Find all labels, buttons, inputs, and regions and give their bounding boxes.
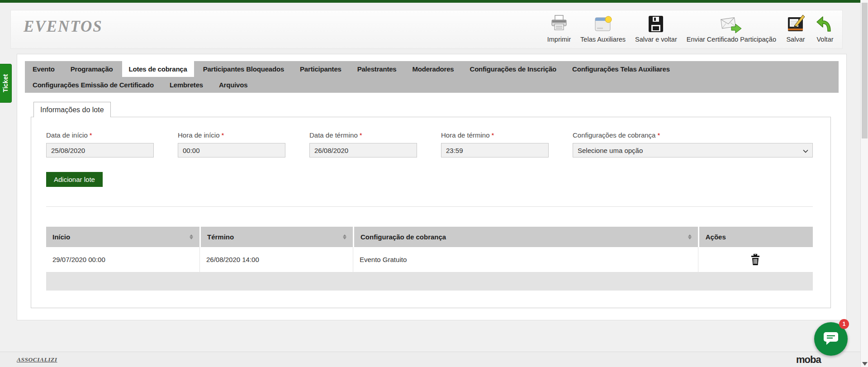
save-and-back-label: Salvar e voltar bbox=[635, 36, 677, 43]
cell-inicio: 29/07/2020 00:00 bbox=[46, 247, 199, 272]
page-footer: ASSOCIALIZI moba bbox=[0, 352, 860, 367]
page-header: EVENTOS Imprimir bbox=[10, 10, 843, 49]
footer-brand-link[interactable]: ASSOCIALIZI bbox=[17, 356, 57, 363]
start-date-label: Data de início bbox=[46, 131, 88, 139]
window-icon bbox=[593, 12, 613, 34]
end-date-input[interactable] bbox=[309, 143, 417, 157]
aux-screens-button[interactable]: Telas Auxiliares bbox=[580, 12, 626, 43]
start-time-field-group: Hora de início* bbox=[178, 131, 285, 157]
lot-info-panel: Data de início* Hora de início* Data de … bbox=[31, 117, 831, 308]
tab-content: Informações do lote Data de início* Hora… bbox=[17, 93, 846, 308]
required-asterisk: * bbox=[360, 131, 362, 139]
start-time-input[interactable] bbox=[178, 143, 285, 157]
column-header-inicio[interactable]: Início bbox=[46, 227, 199, 247]
tab-lotes-de-cobranca[interactable]: Lotes de cobrança bbox=[122, 61, 194, 77]
chevron-down-icon bbox=[803, 147, 808, 154]
sort-icon[interactable] bbox=[688, 234, 692, 239]
envelope-send-icon bbox=[719, 12, 744, 34]
floppy-disk-icon bbox=[646, 12, 666, 34]
scrollbar-thumb[interactable] bbox=[862, 3, 868, 138]
lot-form: Data de início* Hora de início* Data de … bbox=[46, 131, 813, 157]
sort-icon[interactable] bbox=[343, 234, 346, 239]
tab-arquivos[interactable]: Arquivos bbox=[212, 77, 254, 93]
tab-evento[interactable]: Evento bbox=[26, 61, 62, 77]
tab-row-1: Evento Programação Lotes de cobrança Par… bbox=[25, 61, 839, 77]
required-asterisk: * bbox=[90, 131, 92, 139]
page-title: EVENTOS bbox=[24, 18, 103, 36]
main-card: Evento Programação Lotes de cobrança Par… bbox=[17, 54, 847, 320]
required-asterisk: * bbox=[657, 131, 660, 139]
ticket-side-tab-label: Ticket bbox=[2, 74, 9, 92]
chat-bubble-icon bbox=[822, 330, 840, 348]
save-and-back-button[interactable]: Salvar e voltar bbox=[635, 12, 677, 43]
tab-configuracoes-de-inscricao[interactable]: Configurações de Inscrição bbox=[463, 61, 564, 77]
save-label: Salvar bbox=[786, 36, 805, 43]
start-date-field-group: Data de início* bbox=[46, 131, 154, 157]
billing-config-select[interactable]: Selecione uma opção bbox=[573, 143, 813, 157]
vendor-logo: moba bbox=[796, 354, 821, 366]
add-lot-button[interactable]: Adicionar lote bbox=[46, 172, 103, 187]
printer-icon bbox=[549, 12, 569, 34]
end-time-label: Hora de término bbox=[441, 131, 490, 139]
delete-lot-button[interactable] bbox=[750, 254, 760, 266]
required-asterisk: * bbox=[222, 131, 224, 139]
print-label: Imprimir bbox=[547, 36, 571, 43]
end-time-field-group: Hora de término* bbox=[441, 131, 549, 157]
section-divider bbox=[46, 206, 813, 207]
tab-palestrantes[interactable]: Palestrantes bbox=[351, 61, 403, 77]
cell-termino: 26/08/2020 14:00 bbox=[199, 247, 353, 272]
trash-icon bbox=[750, 260, 760, 267]
table-row: 29/07/2020 00:00 26/08/2020 14:00 Evento… bbox=[46, 247, 813, 272]
billing-config-selected-value: Selecione uma opção bbox=[578, 147, 643, 154]
back-arrow-icon bbox=[815, 12, 835, 34]
back-button[interactable]: Voltar bbox=[815, 12, 835, 43]
ticket-side-tab[interactable]: Ticket bbox=[0, 64, 12, 103]
back-label: Voltar bbox=[816, 36, 833, 43]
send-certificate-button[interactable]: Enviar Certificado Participação bbox=[687, 12, 776, 43]
cell-acoes bbox=[698, 247, 813, 272]
sort-icon[interactable] bbox=[190, 234, 193, 239]
print-button[interactable]: Imprimir bbox=[547, 12, 571, 43]
end-time-input[interactable] bbox=[441, 143, 549, 157]
cell-configuracao: Evento Gratuito bbox=[353, 247, 698, 272]
end-date-field-group: Data de término* bbox=[309, 131, 417, 157]
required-asterisk: * bbox=[492, 131, 494, 139]
end-date-label: Data de término bbox=[309, 131, 358, 139]
tab-participantes-bloqueados[interactable]: Participantes Bloqueados bbox=[196, 61, 291, 77]
tab-lembretes[interactable]: Lembretes bbox=[163, 77, 210, 93]
lots-table: Início Término Configuração de cobrança … bbox=[46, 227, 813, 291]
scrollbar-down-arrow-icon[interactable] bbox=[862, 362, 868, 366]
chat-widget-button[interactable]: 1 bbox=[814, 322, 848, 356]
billing-config-label: Configurações de cobrança bbox=[573, 131, 655, 139]
save-button[interactable]: Salvar bbox=[786, 12, 806, 43]
tab-programacao[interactable]: Programação bbox=[64, 61, 120, 77]
tab-row-2: Configurações Emissão de Certificado Lem… bbox=[25, 77, 839, 93]
toolbar: Imprimir Telas Auxiliares bbox=[547, 12, 835, 43]
floppy-pencil-icon bbox=[786, 12, 806, 34]
column-header-termino[interactable]: Término bbox=[199, 227, 353, 247]
start-time-label: Hora de início bbox=[178, 131, 220, 139]
tab-configuracoes-telas-auxiliares[interactable]: Configurações Telas Auxiliares bbox=[565, 61, 677, 77]
aux-screens-label: Telas Auxiliares bbox=[580, 36, 626, 43]
top-accent-bar bbox=[0, 0, 868, 3]
vertical-scrollbar[interactable] bbox=[860, 0, 868, 367]
lots-table-header: Início Término Configuração de cobrança … bbox=[46, 227, 813, 247]
tab-moderadores[interactable]: Moderadores bbox=[406, 61, 461, 77]
start-date-input[interactable] bbox=[46, 143, 154, 157]
lot-info-subtab[interactable]: Informações do lote bbox=[33, 102, 111, 117]
tab-participantes[interactable]: Participantes bbox=[293, 61, 348, 77]
column-header-acoes: Ações bbox=[698, 227, 813, 247]
billing-config-field-group: Configurações de cobrança* Selecione uma… bbox=[573, 131, 813, 157]
chat-unread-badge: 1 bbox=[839, 319, 849, 329]
column-header-configuracao[interactable]: Configuração de cobrança bbox=[353, 227, 698, 247]
tab-configuracoes-emissao-de-certificado[interactable]: Configurações Emissão de Certificado bbox=[26, 77, 161, 93]
send-certificate-label: Enviar Certificado Participação bbox=[687, 36, 776, 43]
tab-bar: Evento Programação Lotes de cobrança Par… bbox=[25, 61, 839, 93]
table-footer-bar bbox=[46, 272, 813, 291]
